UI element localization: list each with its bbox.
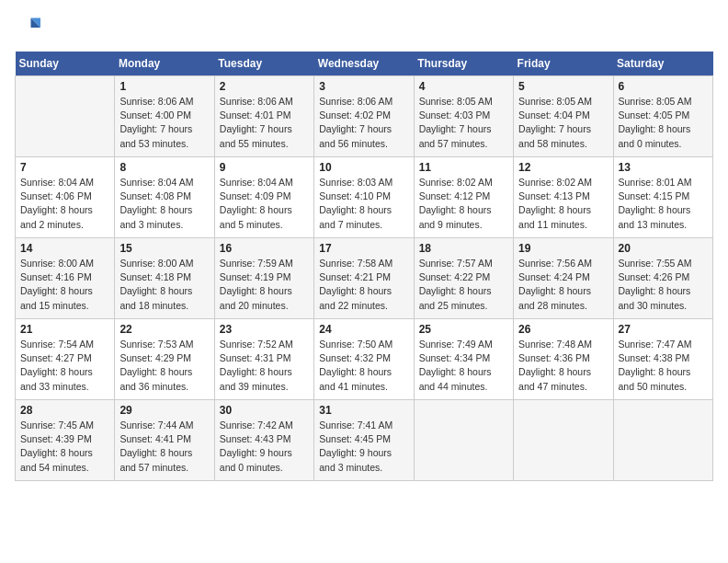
- day-header-thursday: Thursday: [414, 52, 513, 76]
- day-number: 23: [220, 323, 309, 336]
- calendar-cell: 9Sunrise: 8:04 AM Sunset: 4:09 PM Daylig…: [214, 157, 313, 238]
- logo-icon: [15, 15, 40, 40]
- day-number: 22: [119, 323, 209, 336]
- day-number: 18: [419, 242, 508, 255]
- calendar-cell: 28Sunrise: 7:45 AM Sunset: 4:39 PM Dayli…: [16, 400, 115, 481]
- page-header: [15, 15, 713, 40]
- calendar-cell: 29Sunrise: 7:44 AM Sunset: 4:41 PM Dayli…: [115, 400, 214, 481]
- day-header-tuesday: Tuesday: [214, 52, 313, 76]
- day-number: 26: [518, 323, 608, 336]
- logo: [15, 15, 44, 40]
- calendar-week-row: 14Sunrise: 8:00 AM Sunset: 4:16 PM Dayli…: [16, 238, 713, 319]
- day-info: Sunrise: 8:04 AM Sunset: 4:06 PM Dayligh…: [20, 176, 109, 232]
- calendar-cell: [613, 400, 712, 481]
- day-info: Sunrise: 7:49 AM Sunset: 4:34 PM Dayligh…: [419, 338, 508, 394]
- day-info: Sunrise: 7:57 AM Sunset: 4:22 PM Dayligh…: [419, 257, 508, 313]
- day-number: 29: [119, 404, 209, 417]
- calendar-cell: 23Sunrise: 7:52 AM Sunset: 4:31 PM Dayli…: [214, 319, 313, 400]
- day-number: 17: [319, 242, 408, 255]
- calendar-week-row: 28Sunrise: 7:45 AM Sunset: 4:39 PM Dayli…: [16, 400, 713, 481]
- calendar-cell: 30Sunrise: 7:42 AM Sunset: 4:43 PM Dayli…: [214, 400, 313, 481]
- day-info: Sunrise: 7:59 AM Sunset: 4:19 PM Dayligh…: [220, 257, 309, 313]
- day-header-friday: Friday: [514, 52, 613, 76]
- day-number: 7: [20, 161, 109, 174]
- calendar-cell: 2Sunrise: 8:06 AM Sunset: 4:01 PM Daylig…: [214, 76, 313, 157]
- day-number: 6: [619, 80, 708, 93]
- calendar-week-row: 21Sunrise: 7:54 AM Sunset: 4:27 PM Dayli…: [16, 319, 713, 400]
- day-number: 30: [220, 404, 309, 417]
- day-number: 25: [419, 323, 508, 336]
- day-header-monday: Monday: [115, 52, 214, 76]
- calendar-cell: 11Sunrise: 8:02 AM Sunset: 4:12 PM Dayli…: [414, 157, 513, 238]
- day-info: Sunrise: 7:44 AM Sunset: 4:41 PM Dayligh…: [119, 419, 209, 475]
- day-number: 21: [20, 323, 109, 336]
- day-info: Sunrise: 8:02 AM Sunset: 4:12 PM Dayligh…: [419, 176, 508, 232]
- calendar-cell: [16, 76, 115, 157]
- calendar-cell: 16Sunrise: 7:59 AM Sunset: 4:19 PM Dayli…: [214, 238, 313, 319]
- day-number: 31: [319, 404, 408, 417]
- calendar-cell: [514, 400, 613, 481]
- day-number: 19: [518, 242, 608, 255]
- calendar-cell: 6Sunrise: 8:05 AM Sunset: 4:05 PM Daylig…: [613, 76, 712, 157]
- day-info: Sunrise: 7:42 AM Sunset: 4:43 PM Dayligh…: [220, 419, 309, 475]
- day-info: Sunrise: 8:04 AM Sunset: 4:08 PM Dayligh…: [119, 176, 209, 232]
- day-info: Sunrise: 8:02 AM Sunset: 4:13 PM Dayligh…: [518, 176, 608, 232]
- day-info: Sunrise: 8:05 AM Sunset: 4:05 PM Dayligh…: [619, 95, 708, 151]
- day-header-sunday: Sunday: [16, 52, 115, 76]
- day-info: Sunrise: 8:00 AM Sunset: 4:16 PM Dayligh…: [20, 257, 109, 313]
- day-info: Sunrise: 7:55 AM Sunset: 4:26 PM Dayligh…: [619, 257, 708, 313]
- day-number: 5: [518, 80, 608, 93]
- day-info: Sunrise: 8:06 AM Sunset: 4:01 PM Dayligh…: [220, 95, 309, 151]
- day-number: 16: [220, 242, 309, 255]
- day-number: 11: [419, 161, 508, 174]
- day-number: 20: [619, 242, 708, 255]
- calendar-cell: 1Sunrise: 8:06 AM Sunset: 4:00 PM Daylig…: [115, 76, 214, 157]
- calendar-cell: 19Sunrise: 7:56 AM Sunset: 4:24 PM Dayli…: [514, 238, 613, 319]
- day-number: 10: [319, 161, 408, 174]
- day-number: 9: [220, 161, 309, 174]
- day-info: Sunrise: 7:50 AM Sunset: 4:32 PM Dayligh…: [319, 338, 408, 394]
- calendar-cell: 31Sunrise: 7:41 AM Sunset: 4:45 PM Dayli…: [314, 400, 414, 481]
- day-number: 2: [220, 80, 309, 93]
- day-number: 13: [619, 161, 708, 174]
- calendar-cell: 4Sunrise: 8:05 AM Sunset: 4:03 PM Daylig…: [414, 76, 513, 157]
- day-info: Sunrise: 7:53 AM Sunset: 4:29 PM Dayligh…: [119, 338, 209, 394]
- day-info: Sunrise: 7:48 AM Sunset: 4:36 PM Dayligh…: [518, 338, 608, 394]
- calendar-cell: 18Sunrise: 7:57 AM Sunset: 4:22 PM Dayli…: [414, 238, 513, 319]
- calendar-cell: 12Sunrise: 8:02 AM Sunset: 4:13 PM Dayli…: [514, 157, 613, 238]
- calendar-cell: 17Sunrise: 7:58 AM Sunset: 4:21 PM Dayli…: [314, 238, 414, 319]
- day-info: Sunrise: 8:05 AM Sunset: 4:04 PM Dayligh…: [518, 95, 608, 151]
- day-number: 15: [119, 242, 209, 255]
- day-info: Sunrise: 8:03 AM Sunset: 4:10 PM Dayligh…: [319, 176, 408, 232]
- day-number: 12: [518, 161, 608, 174]
- calendar-week-row: 7Sunrise: 8:04 AM Sunset: 4:06 PM Daylig…: [16, 157, 713, 238]
- day-info: Sunrise: 7:47 AM Sunset: 4:38 PM Dayligh…: [619, 338, 708, 394]
- day-number: 28: [20, 404, 109, 417]
- calendar-cell: 8Sunrise: 8:04 AM Sunset: 4:08 PM Daylig…: [115, 157, 214, 238]
- day-info: Sunrise: 8:06 AM Sunset: 4:00 PM Dayligh…: [119, 95, 209, 151]
- day-info: Sunrise: 7:54 AM Sunset: 4:27 PM Dayligh…: [20, 338, 109, 394]
- calendar-cell: 13Sunrise: 8:01 AM Sunset: 4:15 PM Dayli…: [613, 157, 712, 238]
- day-number: 27: [619, 323, 708, 336]
- day-info: Sunrise: 7:41 AM Sunset: 4:45 PM Dayligh…: [319, 419, 408, 475]
- calendar-cell: 26Sunrise: 7:48 AM Sunset: 4:36 PM Dayli…: [514, 319, 613, 400]
- day-info: Sunrise: 8:04 AM Sunset: 4:09 PM Dayligh…: [220, 176, 309, 232]
- calendar-cell: [414, 400, 513, 481]
- day-info: Sunrise: 7:45 AM Sunset: 4:39 PM Dayligh…: [20, 419, 109, 475]
- calendar-cell: 20Sunrise: 7:55 AM Sunset: 4:26 PM Dayli…: [613, 238, 712, 319]
- day-info: Sunrise: 7:58 AM Sunset: 4:21 PM Dayligh…: [319, 257, 408, 313]
- day-number: 4: [419, 80, 508, 93]
- day-number: 24: [319, 323, 408, 336]
- day-number: 8: [119, 161, 209, 174]
- day-number: 1: [119, 80, 209, 93]
- calendar-cell: 10Sunrise: 8:03 AM Sunset: 4:10 PM Dayli…: [314, 157, 414, 238]
- day-info: Sunrise: 8:06 AM Sunset: 4:02 PM Dayligh…: [319, 95, 408, 151]
- calendar-table: SundayMondayTuesdayWednesdayThursdayFrid…: [15, 52, 713, 481]
- day-info: Sunrise: 7:52 AM Sunset: 4:31 PM Dayligh…: [220, 338, 309, 394]
- calendar-cell: 21Sunrise: 7:54 AM Sunset: 4:27 PM Dayli…: [16, 319, 115, 400]
- calendar-cell: 3Sunrise: 8:06 AM Sunset: 4:02 PM Daylig…: [314, 76, 414, 157]
- calendar-week-row: 1Sunrise: 8:06 AM Sunset: 4:00 PM Daylig…: [16, 76, 713, 157]
- day-info: Sunrise: 8:01 AM Sunset: 4:15 PM Dayligh…: [619, 176, 708, 232]
- calendar-cell: 27Sunrise: 7:47 AM Sunset: 4:38 PM Dayli…: [613, 319, 712, 400]
- day-number: 14: [20, 242, 109, 255]
